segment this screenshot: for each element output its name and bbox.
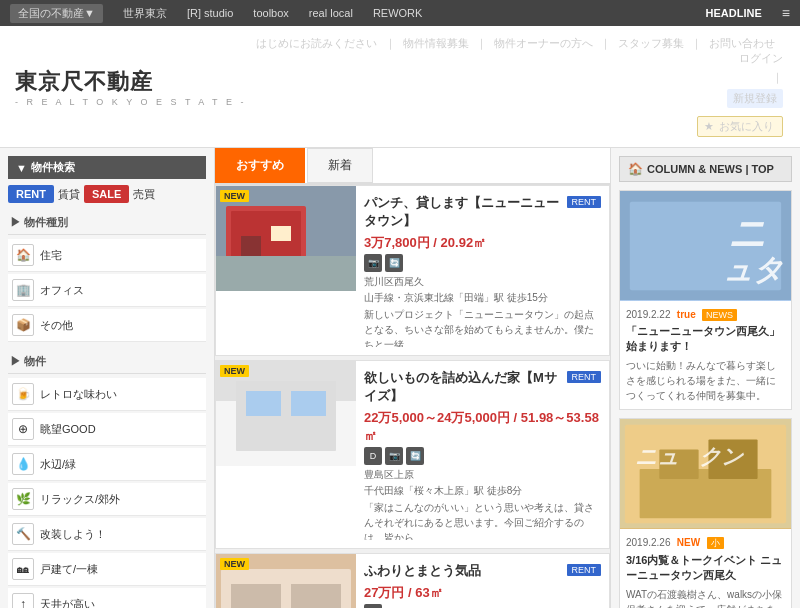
- property-card-2: NEW 欲しいものを詰め込んだ家【Mサイズ】 RENT 22万5,000～24: [215, 360, 610, 549]
- nav-item-toolbox[interactable]: toolbox: [253, 7, 288, 19]
- property-info-3: ふわりとまとう気品 RENT 27万円 / 63㎡ D 港区汐留 銀座線・半蔵門…: [356, 554, 609, 608]
- svg-text:ニュ: ニュ: [635, 444, 679, 469]
- property-type-title: ▶ 物件種別: [8, 211, 206, 235]
- column-title-1: 「ニューニュータウン西尾久」始まります！: [626, 324, 785, 355]
- chevron-right-icon2: ▶: [10, 355, 24, 367]
- property-price-3: 27万円 / 63㎡: [364, 584, 601, 602]
- relax-icon: 🌿: [12, 488, 34, 510]
- property-title-row-3: ふわりとまとう気品 RENT: [364, 562, 601, 580]
- office-icon: 🏢: [12, 279, 34, 301]
- link-owner[interactable]: 物件オーナーの方へ: [494, 37, 593, 49]
- nav-item-tokyo[interactable]: 世界東京: [123, 6, 167, 21]
- left-sidebar: ▼ 物件検索 RENT 賃貸 SALE 売買 ▶ 物件種別 🏠 住宅 🏢 オフィ…: [0, 148, 215, 608]
- chevron-down-icon: ▼: [16, 162, 27, 174]
- rotate-icon-2: 🔄: [406, 447, 424, 465]
- sidebar-item-ceiling[interactable]: ↑ 天井が高い: [8, 588, 206, 608]
- column-image-1: ニ ュタ: [620, 191, 791, 301]
- column-text-2: WATの石渡義樹さん、walksの小保 保孝さんを迎えて、店舗がまちを変える可能…: [626, 587, 785, 608]
- property-image-2: NEW: [216, 361, 356, 466]
- new-badge-2: NEW: [220, 365, 249, 377]
- property-card-3: NEW ふわりとまとう気品 RENT 27万円 / 63㎡: [215, 553, 610, 608]
- link-recruit[interactable]: スタッフ募集: [618, 37, 684, 49]
- ceiling-icon: ↑: [12, 593, 34, 608]
- rent-button[interactable]: RENT: [8, 185, 54, 203]
- column-header: 🏠 COLUMN & NEWS | TOP: [619, 156, 792, 182]
- sale-button[interactable]: SALE: [84, 185, 129, 203]
- news-badge-1: NEWS: [702, 309, 737, 321]
- nav-item-national[interactable]: 全国の不動産▼: [10, 4, 103, 23]
- other-icon: 📦: [12, 314, 34, 336]
- header-actions: ログイン ｜ 新規登録 ★ お気に入り: [246, 51, 785, 137]
- column-card-body-2: 2019.2.26 NEW 小 3/16内覧＆トークイベント ニューニュータウン…: [620, 529, 791, 608]
- column-card-1[interactable]: ニ ュタ 2019.2.22 true NEWS 「ニューニュータウン西尾久」始…: [619, 190, 792, 410]
- property-access-1: 山手線・京浜東北線「田端」駅 徒歩15分: [364, 291, 601, 305]
- property-tag-2: RENT: [567, 371, 602, 383]
- nav-item-reallocal[interactable]: real local: [309, 7, 353, 19]
- sidebar-item-view[interactable]: ⊕ 眺望GOOD: [8, 413, 206, 446]
- link-contact[interactable]: お問い合わせ: [709, 37, 775, 49]
- svg-text:クン: クン: [699, 444, 744, 469]
- property-card: NEW パンチ、貸します【ニューニュータウン】 RENT: [215, 185, 610, 356]
- sidebar-item-house[interactable]: 🏘 戸建て/一棟: [8, 553, 206, 586]
- tab-new[interactable]: 新着: [307, 148, 373, 183]
- grid-icon[interactable]: ≡: [782, 5, 790, 21]
- sidebar-item-water[interactable]: 💧 水辺/緑: [8, 448, 206, 481]
- property-location-2: 豊島区上原: [364, 468, 601, 482]
- svg-rect-13: [231, 584, 281, 608]
- property-price-1: 3万7,800円 / 20.92㎡: [364, 234, 601, 252]
- search-section-title[interactable]: ▼ 物件検索: [8, 156, 206, 179]
- property-info-1: パンチ、貸します【ニューニュータウン】 RENT 3万7,800円 / 20.9…: [356, 186, 609, 355]
- property-list: NEW パンチ、貸します【ニューニュータウン】 RENT: [215, 185, 610, 608]
- center-content: おすすめ 新着 NEW: [215, 148, 610, 608]
- property-access-2: 千代田線「桜々木上原」駅 徒歩8分: [364, 484, 601, 498]
- top-nav: 全国の不動産▼ 世界東京 [R] studio toolbox real loc…: [0, 0, 800, 26]
- link-intro[interactable]: はじめにお読みください: [256, 37, 377, 49]
- column-card-body-1: 2019.2.22 true NEWS 「ニューニュータウン西尾久」始まります！…: [620, 301, 791, 409]
- property-title-1: パンチ、貸します【ニューニュータウン】: [364, 194, 561, 230]
- sidebar-item-relax[interactable]: 🌿 リラックス/郊外: [8, 483, 206, 516]
- property-title-row: パンチ、貸します【ニューニュータウン】 RENT: [364, 194, 601, 230]
- tab-recommended[interactable]: おすすめ: [215, 148, 305, 183]
- sidebar-item-housing[interactable]: 🏠 住宅: [8, 239, 206, 272]
- property-info-2: 欲しいものを詰め込んだ家【Mサイズ】 RENT 22万5,000～24万5,00…: [356, 361, 609, 548]
- svg-rect-4: [271, 226, 291, 241]
- sidebar-item-retro[interactable]: 🍺 レトロな味わい: [8, 378, 206, 411]
- sep1: ｜: [385, 37, 396, 49]
- register-button[interactable]: 新規登録: [727, 89, 783, 108]
- svg-rect-5: [216, 256, 356, 291]
- housing-icon: 🏠: [12, 244, 34, 266]
- fav-button[interactable]: ★ お気に入り: [697, 116, 783, 137]
- link-property[interactable]: 物件情報募集: [403, 37, 469, 49]
- sidebar-item-other[interactable]: 📦 その他: [8, 309, 206, 342]
- property-image-1: NEW: [216, 186, 356, 291]
- sidebar-item-renovate[interactable]: 🔨 改装しよう！: [8, 518, 206, 551]
- nav-item-studio[interactable]: [R] studio: [187, 7, 233, 19]
- nav-item-rework[interactable]: REWORK: [373, 7, 423, 19]
- house-icon: 🏘: [12, 558, 34, 580]
- logo-sub: - R E A L T O K Y O E S T A T E -: [15, 97, 246, 107]
- sep2: ｜: [476, 37, 487, 49]
- column-house-icon: 🏠: [628, 162, 643, 176]
- property-title-row-2: 欲しいものを詰め込んだ家【Mサイズ】 RENT: [364, 369, 601, 405]
- column-image-2: ニュ クン: [620, 419, 791, 529]
- headline-link[interactable]: HEADLINE: [706, 7, 762, 19]
- sep3: ｜: [600, 37, 611, 49]
- new-badge-3: NEW: [220, 558, 249, 570]
- property-desc-1: 新しいプロジェクト「ニューニュータウン」の起点となる、ちいさな部を始めてもらえま…: [364, 307, 601, 347]
- water-icon: 💧: [12, 453, 34, 475]
- column-card-2[interactable]: ニュ クン 2019.2.26 NEW 小 3/16内覧＆トークイベント ニュー…: [619, 418, 792, 608]
- property-location-1: 荒川区西尾久: [364, 275, 601, 289]
- header-links: はじめにお読みください ｜ 物件情報募集 ｜ 物件オーナーの方へ ｜ スタッフ募…: [246, 36, 785, 137]
- column-meta-1: 2019.2.22 true NEWS: [626, 307, 785, 321]
- view-icon: ⊕: [12, 418, 34, 440]
- login-button[interactable]: ログイン: [739, 51, 783, 66]
- svg-rect-14: [291, 584, 341, 608]
- svg-rect-9: [246, 391, 281, 416]
- main-layout: ▼ 物件検索 RENT 賃貸 SALE 売買 ▶ 物件種別 🏠 住宅 🏢 オフィ…: [0, 148, 800, 608]
- sidebar-item-office[interactable]: 🏢 オフィス: [8, 274, 206, 307]
- property-price-2: 22万5,000～24万5,000円 / 51.98～53.58㎡: [364, 409, 601, 445]
- logo-area: 東京尺不動産 - R E A L T O K Y O E S T A T E -: [15, 67, 246, 107]
- column-title-2: 3/16内覧＆トークイベント ニューニュータウン西尾久: [626, 553, 785, 584]
- svg-text:ニ: ニ: [728, 212, 766, 254]
- camera-icon: 📷: [364, 254, 382, 272]
